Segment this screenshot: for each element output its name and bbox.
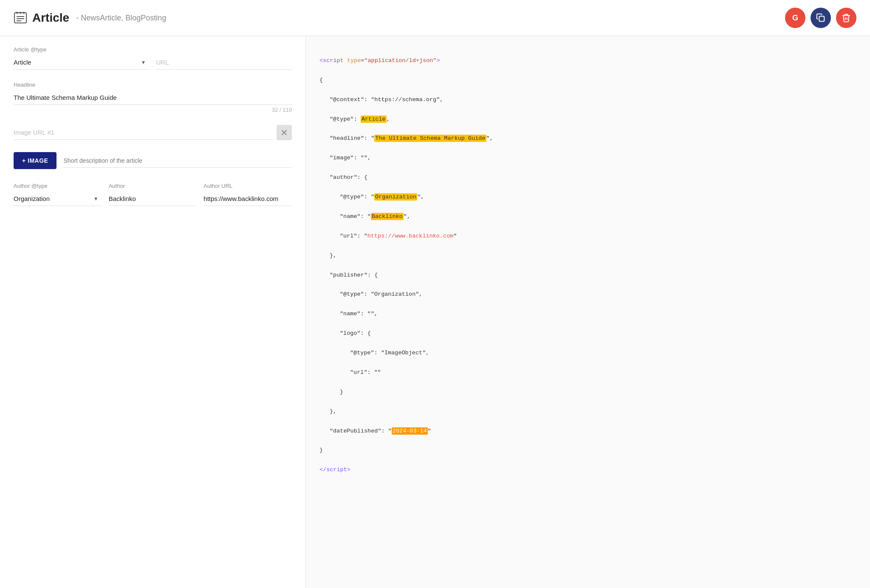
delete-button[interactable]: [836, 8, 856, 28]
code-logo-open: "logo": {: [319, 329, 856, 339]
headline-label: Headline: [14, 82, 292, 88]
code-publisher-close: },: [319, 407, 856, 417]
page-subtitle: - NewsArticle, BlogPosting: [76, 14, 166, 23]
author-label: Author: [109, 183, 197, 189]
header-actions: G: [785, 8, 856, 28]
code-logo-url: "url": "": [319, 368, 856, 378]
author-url-col: Author URL: [203, 183, 292, 206]
delete-icon: [842, 13, 851, 23]
code-publisher-name: "name": "",: [319, 309, 856, 319]
article-type-group: Article @type Article NewsArticle BlogPo…: [14, 46, 292, 70]
code-author-open: "author": {: [319, 173, 856, 183]
copy-icon: [816, 13, 825, 23]
article-icon: [14, 11, 27, 25]
form-panel: Article @type Article NewsArticle BlogPo…: [0, 36, 306, 588]
code-script-close: </script>: [319, 465, 856, 475]
code-block: <script type="application/ld+json"> { "@…: [319, 46, 856, 495]
add-image-button[interactable]: + IMAGE: [14, 152, 56, 169]
headline-group: Headline 32 / 110: [14, 82, 292, 113]
article-type-label: Article @type: [14, 46, 292, 53]
clear-image-button[interactable]: [277, 125, 292, 140]
image-url-row: [14, 125, 292, 140]
code-image: "image": "",: [319, 153, 856, 163]
code-headline: "headline": "The Ultimate Schema Markup …: [319, 134, 856, 144]
code-context: "@context": "https://schema.org",: [319, 95, 856, 105]
svg-rect-7: [819, 16, 824, 21]
add-image-row: + IMAGE: [14, 152, 292, 169]
author-type-select[interactable]: Organization Person: [14, 192, 102, 206]
code-panel: <script type="application/ld+json"> { "@…: [306, 36, 870, 588]
copy-button[interactable]: [811, 8, 831, 28]
author-url-input[interactable]: [203, 192, 292, 206]
code-logo-close: }: [319, 387, 856, 397]
svg-rect-0: [14, 13, 26, 23]
svg-rect-3: [23, 12, 25, 14]
author-section: Author @type Organization Person ▼ Autho…: [14, 183, 292, 206]
svg-rect-1: [16, 12, 18, 14]
app-container: Article - NewsArticle, BlogPosting G: [0, 0, 870, 588]
author-url-label: Author URL: [203, 183, 292, 189]
code-publisher-type: "@type": "Organization",: [319, 290, 856, 300]
header-left: Article - NewsArticle, BlogPosting: [14, 11, 166, 25]
code-open-brace: {: [319, 76, 856, 85]
code-date-published: "datePublished": "2024-03-14": [319, 427, 856, 436]
page-title: Article: [32, 11, 69, 25]
svg-rect-2: [20, 12, 21, 14]
image-url-group: [14, 125, 292, 140]
header: Article - NewsArticle, BlogPosting G: [0, 0, 870, 36]
code-author-close: },: [319, 251, 856, 261]
headline-input[interactable]: [14, 90, 292, 105]
author-col: Author: [109, 183, 197, 206]
author-type-select-wrapper: Organization Person ▼: [14, 192, 102, 206]
code-type: "@type": Article,: [319, 115, 856, 124]
close-icon: [281, 130, 287, 136]
google-button[interactable]: G: [785, 8, 805, 28]
article-type-select[interactable]: Article NewsArticle BlogPosting: [14, 55, 150, 70]
main-content: Article @type Article NewsArticle BlogPo…: [0, 36, 870, 588]
code-close-brace: }: [319, 446, 856, 455]
article-type-select-wrapper: Article NewsArticle BlogPosting ▼: [14, 55, 150, 70]
author-row: Author @type Organization Person ▼ Autho…: [14, 183, 292, 206]
author-input[interactable]: [109, 192, 197, 206]
headline-char-count: 32 / 110: [14, 107, 292, 113]
code-logo-type: "@type": "ImageObject",: [319, 348, 856, 358]
article-type-row: Article NewsArticle BlogPosting ▼: [14, 55, 292, 70]
code-author-url: "url": "https://www.backlinko.com": [319, 232, 856, 241]
code-author-type: "@type": "Organization",: [319, 192, 856, 202]
description-input[interactable]: [63, 154, 292, 168]
url-input[interactable]: [156, 55, 292, 70]
author-type-label: Author @type: [14, 183, 102, 189]
image-url-input[interactable]: [14, 125, 273, 140]
author-type-col: Author @type Organization Person ▼: [14, 183, 102, 206]
code-author-name: "name": "Backlinko",: [319, 212, 856, 222]
code-script-open: <script type="application/ld+json">: [319, 56, 856, 66]
code-publisher-open: "publisher": {: [319, 271, 856, 280]
